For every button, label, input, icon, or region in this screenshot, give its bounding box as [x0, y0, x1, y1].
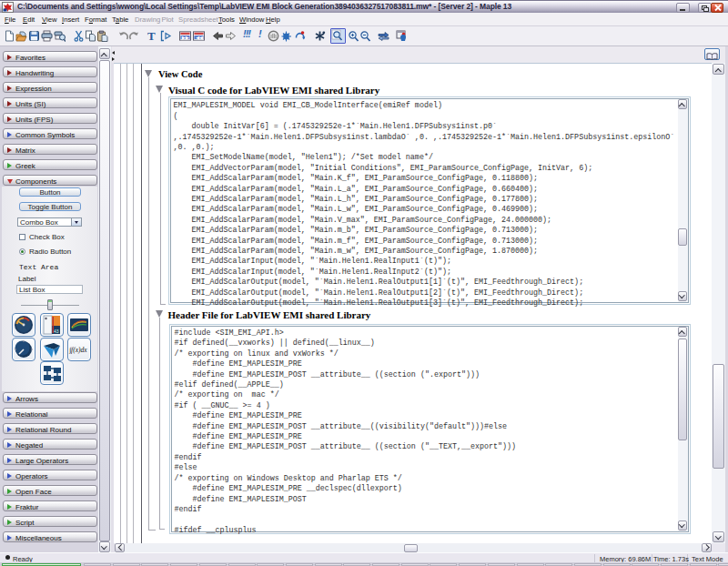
svg-text:▶▶: ▶▶ [182, 35, 189, 40]
svg-text:43: 43 [54, 328, 59, 334]
svg-text:∫f(x)dx: ∫f(x)dx [68, 346, 87, 354]
svg-text:◀◀: ◀◀ [196, 35, 203, 40]
